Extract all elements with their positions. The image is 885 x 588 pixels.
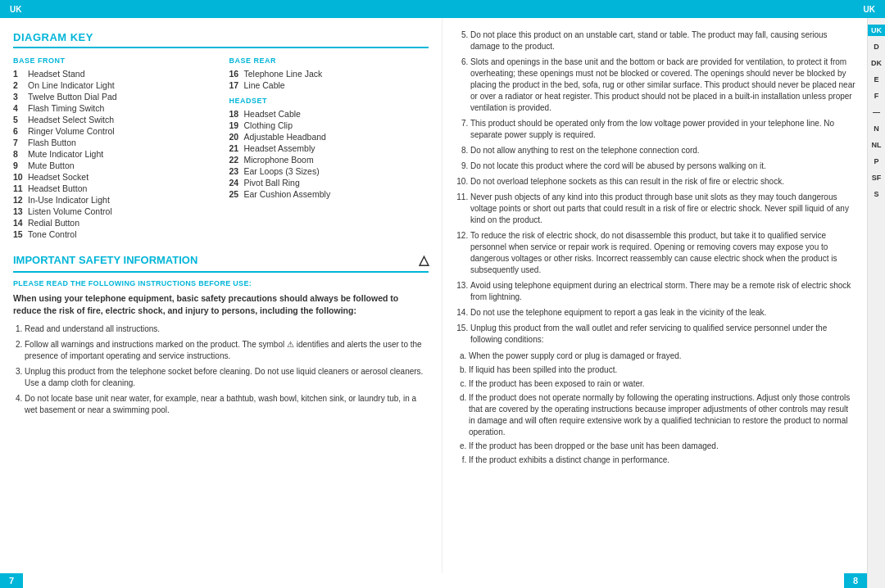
list-item: This product should be operated only fro… bbox=[470, 118, 856, 141]
base-front-heading: BASE FRONT bbox=[13, 57, 213, 65]
list-item: If liquid has been spilled into the prod… bbox=[469, 364, 856, 376]
main-content: DIAGRAM KEY BASE FRONT 1Headset Stand2On… bbox=[0, 18, 885, 588]
list-item: 14Redial Button bbox=[13, 218, 213, 228]
list-item: Avoid using telephone equipment during a… bbox=[470, 280, 856, 303]
diagram-key-title: DIAGRAM KEY bbox=[13, 31, 429, 48]
base-rear-column: BASE REAR 16Telephone Line Jack17Line Ca… bbox=[229, 57, 429, 241]
list-item: 15Tone Control bbox=[13, 229, 213, 239]
list-item: Do not use the telephone equipment to re… bbox=[470, 307, 856, 319]
right-bar-language-item[interactable]: NL bbox=[872, 139, 882, 151]
list-item: If the product exhibits a distinct chang… bbox=[469, 455, 856, 466]
list-item: 2On Line Indicator Light bbox=[13, 80, 213, 90]
list-item: Unplug this product from the telephone s… bbox=[25, 366, 429, 389]
right-bar-language-item[interactable]: F bbox=[874, 90, 879, 102]
headset-list: 18Headset Cable19Clothing Clip20Adjustab… bbox=[229, 109, 429, 199]
right-bar-language-item[interactable]: SF bbox=[872, 172, 882, 183]
list-item: 25Ear Cushion Assembly bbox=[229, 189, 429, 199]
right-column: Do not place this product on an unstable… bbox=[442, 18, 867, 588]
safety-bold-intro: When using your telephone equipment, bas… bbox=[13, 292, 429, 317]
list-item: 17Line Cable bbox=[229, 80, 429, 90]
list-item: Never push objects of any kind into this… bbox=[470, 192, 856, 226]
list-item: 23Ear Loops (3 Sizes) bbox=[229, 166, 429, 176]
right-instructions-list: Do not place this product on an unstable… bbox=[456, 29, 856, 346]
list-item: 16Telephone Line Jack bbox=[229, 69, 429, 79]
right-language-bar: UKDDKEF—NNLPSFS bbox=[867, 18, 885, 588]
list-item: When the power supply cord or plug is da… bbox=[469, 351, 856, 362]
list-item: Slots and openings in the base unit and … bbox=[470, 57, 856, 114]
list-item: 21Headset Assembly bbox=[229, 143, 429, 153]
list-item: 22Microphone Boom bbox=[229, 155, 429, 165]
warning-triangle-icon: △ bbox=[419, 252, 429, 268]
list-item: 7Flash Button bbox=[13, 138, 213, 147]
list-item: Read and understand all instructions. bbox=[25, 323, 429, 335]
list-item: Unplug this product from the wall outlet… bbox=[470, 323, 856, 346]
list-item: Do not overload telephone sockets as thi… bbox=[470, 176, 856, 188]
list-item: 10Headset Socket bbox=[13, 172, 213, 182]
list-item: 20Adjustable Headband bbox=[229, 132, 429, 142]
list-item: 5Headset Select Switch bbox=[13, 115, 213, 124]
list-item: 6Ringer Volume Control bbox=[13, 126, 213, 136]
list-item: Do not locate this product where the cor… bbox=[470, 161, 856, 172]
base-front-column: BASE FRONT 1Headset Stand2On Line Indica… bbox=[13, 57, 213, 241]
top-bar-left-label: UK bbox=[10, 5, 21, 14]
list-item: 9Mute Button bbox=[13, 161, 213, 170]
list-item: If the product has been exposed to rain … bbox=[469, 378, 856, 390]
list-item: If the product has been dropped or the b… bbox=[469, 441, 856, 452]
page-number-left: 7 bbox=[0, 573, 23, 588]
base-rear-list: 16Telephone Line Jack17Line Cable bbox=[229, 69, 429, 90]
top-bar: UK UK bbox=[0, 0, 885, 18]
list-item: 3Twelve Button Dial Pad bbox=[13, 92, 213, 102]
diagram-key-section: DIAGRAM KEY BASE FRONT 1Headset Stand2On… bbox=[13, 31, 429, 241]
list-item: Do not place this product on an unstable… bbox=[470, 29, 856, 52]
list-item: 11Headset Button bbox=[13, 183, 213, 193]
list-item: Follow all warnings and instructions mar… bbox=[25, 339, 429, 362]
list-item: 19Clothing Clip bbox=[229, 120, 429, 130]
right-bar-language-item[interactable]: DK bbox=[871, 57, 882, 69]
base-rear-heading: BASE REAR bbox=[229, 57, 429, 65]
page-number-right: 8 bbox=[844, 573, 867, 588]
list-item: 13Listen Volume Control bbox=[13, 206, 213, 216]
right-bar-language-item[interactable]: E bbox=[874, 74, 878, 85]
list-item: 4Flash Timing Switch bbox=[13, 103, 213, 113]
left-column: DIAGRAM KEY BASE FRONT 1Headset Stand2On… bbox=[0, 18, 442, 588]
page-numbers: 7 8 bbox=[0, 573, 867, 588]
right-bar-language-item[interactable]: P bbox=[874, 156, 878, 167]
right-bar-language-item[interactable]: UK bbox=[868, 25, 885, 36]
please-read-heading: PLEASE READ THE FOLLOWING INSTRUCTIONS B… bbox=[13, 279, 429, 287]
base-front-list: 1Headset Stand2On Line Indicator Light3T… bbox=[13, 69, 213, 239]
diagram-key-columns: BASE FRONT 1Headset Stand2On Line Indica… bbox=[13, 57, 429, 241]
safety-title: IMPORTANT SAFETY INFORMATION △ bbox=[13, 252, 429, 273]
top-bar-right-label: UK bbox=[864, 5, 875, 14]
list-item: Do not locate base unit near water, for … bbox=[25, 393, 429, 416]
safety-instructions-list: Read and understand all instructions.Fol… bbox=[13, 323, 429, 416]
list-item: To reduce the risk of electric shock, do… bbox=[470, 230, 856, 276]
list-item: If the product does not operate normally… bbox=[469, 392, 856, 438]
right-bar-language-item[interactable]: N bbox=[874, 123, 879, 134]
list-item: 8Mute Indicator Light bbox=[13, 149, 213, 159]
sub-items-list: When the power supply cord or plug is da… bbox=[456, 351, 856, 466]
list-item: Do not allow anything to rest on the tel… bbox=[470, 145, 856, 156]
list-item: 18Headset Cable bbox=[229, 109, 429, 119]
safety-section: IMPORTANT SAFETY INFORMATION △ PLEASE RE… bbox=[13, 252, 429, 416]
right-bar-language-item[interactable]: S bbox=[874, 188, 878, 200]
right-bar-language-item[interactable]: — bbox=[873, 106, 880, 118]
right-bar-language-item[interactable]: D bbox=[874, 41, 879, 52]
headset-heading: HEADSET bbox=[229, 97, 429, 105]
list-item: 12In-Use Indicator Light bbox=[13, 195, 213, 205]
list-item: 24Pivot Ball Ring bbox=[229, 178, 429, 188]
list-item: 1Headset Stand bbox=[13, 69, 213, 79]
